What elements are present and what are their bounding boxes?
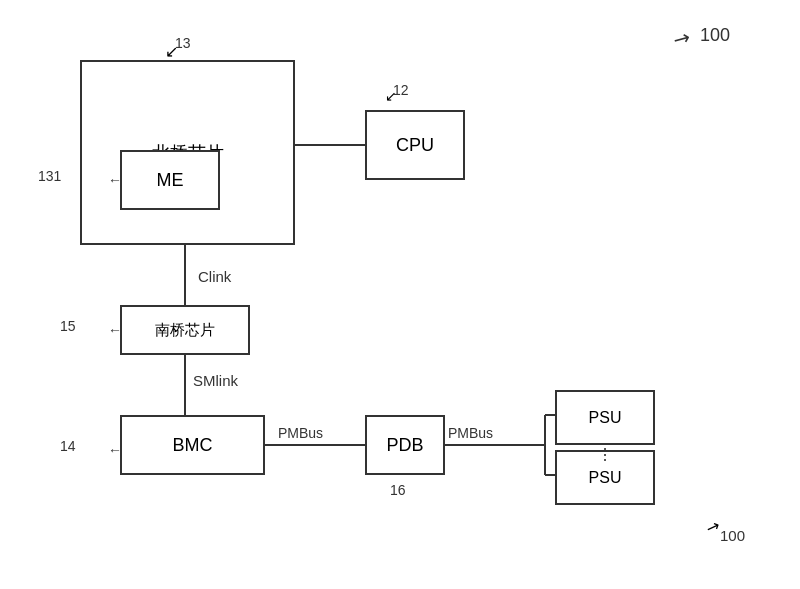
smlink-label: SMlink: [193, 372, 238, 389]
pmbus2-label: PMBus: [448, 425, 493, 441]
arrow-14: ←: [108, 442, 122, 458]
psu1-label: PSU: [589, 409, 622, 427]
pdb-box: PDB: [365, 415, 445, 475]
id-100: 100: [700, 25, 730, 46]
me-box: ME: [120, 150, 220, 210]
clink-label: Clink: [198, 268, 231, 285]
id-11: 100: [720, 527, 745, 544]
south-bridge-label: 南桥芯片: [155, 321, 215, 340]
id-15: 15: [60, 318, 76, 334]
arrow-13: ↙: [165, 42, 178, 61]
psu1-box: PSU: [555, 390, 655, 445]
id-131: 131: [38, 168, 61, 184]
pdb-label: PDB: [386, 435, 423, 456]
arrow-12: ↙: [385, 88, 397, 104]
arrow-100: ↙: [668, 25, 695, 54]
me-label: ME: [157, 170, 184, 191]
bmc-box: BMC: [120, 415, 265, 475]
pmbus1-label: PMBus: [278, 425, 323, 441]
bmc-label: BMC: [173, 435, 213, 456]
id-16: 16: [390, 482, 406, 498]
psu2-label: PSU: [589, 469, 622, 487]
psu-dots: ⋮: [597, 445, 613, 464]
cpu-box: CPU: [365, 110, 465, 180]
arrow-131: ←: [108, 172, 122, 188]
arrow-15: ←: [108, 322, 122, 338]
diagram-container: 北桥芯片 ME CPU 南桥芯片 BMC PDB PSU PSU ⋮ 100 ↙…: [0, 0, 800, 589]
south-bridge-box: 南桥芯片: [120, 305, 250, 355]
id-14: 14: [60, 438, 76, 454]
cpu-label: CPU: [396, 135, 434, 156]
